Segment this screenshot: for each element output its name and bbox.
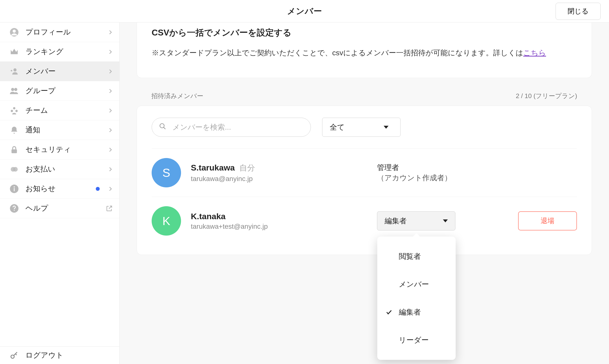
svg-point-7 (15, 110, 18, 112)
svg-line-18 (164, 127, 166, 129)
sidebar-item-members[interactable]: メンバー (0, 62, 119, 81)
leave-button[interactable]: 退場 (518, 211, 577, 230)
csv-card-title: CSVから一括でメンバーを設定する (152, 27, 577, 39)
role-option-label: メンバー (399, 279, 429, 289)
svg-point-1 (13, 29, 16, 33)
sidebar-item-help[interactable]: ヘルプ (0, 199, 119, 218)
chevron-right-icon (108, 87, 113, 95)
svg-rect-12 (14, 188, 14, 191)
notification-dot (96, 187, 100, 191)
bell-icon (9, 125, 20, 136)
section-count: 2 / 10 (フリープラン) (516, 92, 577, 100)
svg-point-13 (14, 186, 15, 187)
chevron-right-icon (108, 126, 113, 134)
sidebar-item-label: グループ (26, 86, 102, 96)
page-title: メンバー (287, 6, 322, 17)
sidebar-item-label: チーム (26, 105, 102, 116)
role-label: 管理者 (377, 162, 456, 173)
sidebar-item-label: ランキング (26, 47, 102, 57)
chevron-right-icon (108, 145, 113, 154)
member-email: tarukawa+test@anyinc.jp (191, 223, 377, 230)
add-user-icon (9, 66, 20, 77)
member-row: KK.tanakatarukawa+test@anyinc.jp編集者退場 (152, 197, 577, 245)
sidebar: プロフィールランキングメンバーグループチーム通知セキュリティお支払いお知らせヘル… (0, 23, 120, 364)
svg-point-2 (14, 68, 17, 71)
member-email: tarukawa@anyinc.jp (191, 175, 377, 183)
member-name: S.tarukawa 自分 (191, 163, 377, 173)
role-select-value: 編集者 (385, 216, 407, 226)
chevron-right-icon (108, 165, 113, 173)
csv-card-description: ※スタンダードプラン以上でご契約いただくことで、csvによるメンバー一括招待が可… (152, 47, 577, 58)
role-option[interactable]: 編集者 (377, 298, 456, 326)
users-icon (9, 86, 20, 96)
main-content: CSVから一括でメンバーを設定する ※スタンダードプラン以上でご契約いただくこと… (120, 23, 609, 364)
self-tag: 自分 (239, 163, 255, 173)
sidebar-item-security[interactable]: セキュリティ (0, 140, 119, 159)
svg-point-10 (13, 167, 18, 171)
role-sublabel: （アカウント作成者） (377, 173, 456, 183)
sidebar-item-label: メンバー (26, 66, 102, 76)
header: メンバー 閉じる (0, 0, 609, 23)
svg-point-6 (11, 110, 13, 112)
lock-icon (9, 144, 20, 155)
chevron-right-icon (108, 67, 113, 76)
external-link-icon (106, 205, 113, 212)
svg-point-17 (160, 124, 164, 128)
team-icon (9, 105, 20, 116)
role-option-label: 閲覧者 (399, 251, 421, 261)
svg-point-4 (14, 88, 17, 91)
crown-icon (9, 46, 20, 57)
svg-point-3 (11, 88, 14, 91)
sidebar-item-label: ヘルプ (26, 203, 100, 213)
sidebar-item-label: お支払い (26, 164, 102, 174)
check-icon (386, 309, 394, 316)
chevron-right-icon (108, 185, 113, 193)
svg-rect-8 (12, 149, 17, 153)
sidebar-item-billing[interactable]: お支払い (0, 159, 119, 179)
role-option[interactable]: リーダー (377, 326, 456, 354)
svg-point-5 (13, 107, 15, 109)
sidebar-item-notify[interactable]: 通知 (0, 120, 119, 140)
csv-card: CSVから一括でメンバーを設定する ※スタンダードプラン以上でご契約いただくこと… (137, 23, 592, 78)
search-input[interactable] (152, 118, 311, 137)
sidebar-item-news[interactable]: お知らせ (0, 179, 119, 199)
sidebar-item-label: お知らせ (26, 184, 90, 194)
sidebar-item-label: 通知 (26, 125, 102, 135)
user-circle-icon (9, 27, 20, 38)
role-dropdown: 閲覧者メンバー編集者リーダー (377, 236, 456, 360)
chevron-right-icon (108, 106, 113, 115)
search-icon (159, 123, 166, 132)
sidebar-item-label: セキュリティ (26, 144, 102, 155)
role-option[interactable]: 閲覧者 (377, 242, 456, 270)
close-button-label: 閉じる (567, 7, 589, 16)
chevron-right-icon (108, 48, 113, 56)
svg-point-15 (14, 210, 15, 211)
info-icon (9, 183, 20, 194)
key-icon (9, 350, 20, 361)
avatar: K (152, 206, 181, 235)
role-option-label: リーダー (399, 335, 429, 345)
section-header: 招待済みメンバー 2 / 10 (フリープラン) (137, 92, 592, 100)
sidebar-item-label: プロフィール (26, 27, 102, 37)
sidebar-item-groups[interactable]: グループ (0, 81, 119, 101)
role-select[interactable]: 編集者 (377, 211, 456, 230)
filter-select-value: 全て (330, 122, 345, 132)
csv-detail-link[interactable]: こちら (523, 49, 546, 57)
section-title: 招待済みメンバー (152, 92, 203, 100)
avatar: S (152, 158, 181, 187)
credit-icon (9, 164, 20, 175)
logout-button[interactable]: ログアウト (0, 346, 119, 364)
chevron-right-icon (108, 28, 113, 37)
filter-select[interactable]: 全て (322, 118, 401, 137)
role-option[interactable]: メンバー (377, 270, 456, 298)
members-card: 全て SS.tarukawa 自分tarukawa@anyinc.jp管理者（ア… (137, 106, 592, 255)
member-row: SS.tarukawa 自分tarukawa@anyinc.jp管理者（アカウン… (152, 148, 577, 197)
close-button[interactable]: 閉じる (556, 3, 601, 20)
member-name: K.tanaka (191, 212, 377, 221)
main-scroll[interactable]: CSVから一括でメンバーを設定する ※スタンダードプラン以上でご契約いただくこと… (120, 23, 609, 364)
sidebar-item-teams[interactable]: チーム (0, 101, 119, 120)
sidebar-item-ranking[interactable]: ランキング (0, 42, 119, 62)
logout-label: ログアウト (26, 350, 63, 360)
sidebar-item-profile[interactable]: プロフィール (0, 23, 119, 42)
caret-down-icon (384, 126, 388, 129)
